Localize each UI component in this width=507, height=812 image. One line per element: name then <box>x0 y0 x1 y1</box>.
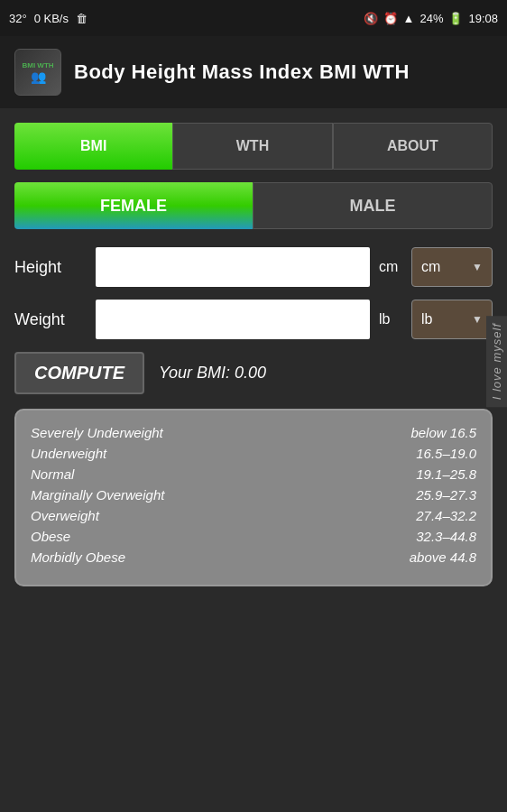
bmi-category-4: Overweight <box>31 508 99 523</box>
time-display: 19:08 <box>468 12 498 25</box>
weight-label: Weight <box>14 310 87 329</box>
bmi-range-3: 25.9–27.3 <box>416 487 476 503</box>
bmi-range-1: 16.5–19.0 <box>416 446 476 461</box>
height-label: Height <box>14 258 87 277</box>
bmi-category-5: Obese <box>31 529 70 544</box>
tab-bar: BMI WTH ABOUT <box>14 123 493 170</box>
bmi-category-3: Marginally Overweight <box>31 487 164 503</box>
compute-row: COMPUTE Your BMI: 0.00 <box>14 352 493 394</box>
height-unit-dropdown[interactable]: cm ▼ <box>411 247 493 287</box>
bmi-range-0: below 16.5 <box>410 425 476 440</box>
app-title: Body Height Mass Index BMI WTH <box>74 60 410 84</box>
female-button[interactable]: FEMALE <box>14 182 253 229</box>
main-content: BMI WTH ABOUT FEMALE MALE Height cm cm ▼… <box>0 108 507 601</box>
height-dropdown-arrow: ▼ <box>472 261 483 273</box>
trash-icon: 🗑 <box>76 12 88 25</box>
height-row: Height cm cm ▼ <box>14 247 493 287</box>
bmi-result: Your BMI: 0.00 <box>159 364 266 383</box>
temperature: 32° <box>9 12 27 25</box>
bmi-reference-table: Severely Underweight below 16.5 Underwei… <box>14 409 493 586</box>
weight-unit-dropdown[interactable]: lb ▼ <box>411 300 493 339</box>
bmi-range-4: 27.4–32.2 <box>416 508 476 523</box>
bmi-category-1: Underweight <box>31 446 106 461</box>
status-right: 🔇 ⏰ ▲ 24% 🔋 19:08 <box>364 12 498 25</box>
tab-wth[interactable]: WTH <box>172 123 332 170</box>
height-unit-value: cm <box>421 259 440 275</box>
height-unit-label: cm <box>379 259 402 275</box>
status-left: 32° 0 KB/s 🗑 <box>9 12 88 25</box>
compute-button[interactable]: COMPUTE <box>14 352 144 394</box>
table-row: Normal 19.1–25.8 <box>31 466 476 482</box>
gender-selector: FEMALE MALE <box>14 182 493 229</box>
app-header: BMI WTH 👥 Body Height Mass Index BMI WTH <box>0 36 507 108</box>
signal-icon: ▲ <box>403 12 415 25</box>
weight-row: Weight lb lb ▼ <box>14 300 493 339</box>
status-bar: 32° 0 KB/s 🗑 🔇 ⏰ ▲ 24% 🔋 19:08 <box>0 0 507 36</box>
app-icon: BMI WTH 👥 <box>14 49 61 96</box>
table-row: Morbidly Obese above 44.8 <box>31 549 476 565</box>
side-label: I love myself <box>486 316 507 407</box>
bmi-category-2: Normal <box>31 466 74 482</box>
bmi-range-5: 32.3–44.8 <box>416 529 476 544</box>
table-row: Underweight 16.5–19.0 <box>31 446 476 461</box>
alarm-icon: ⏰ <box>383 12 398 25</box>
bmi-range-6: above 44.8 <box>410 549 476 565</box>
bmi-category-6: Morbidly Obese <box>31 549 125 565</box>
weight-unit-label: lb <box>379 311 402 328</box>
weight-dropdown-arrow: ▼ <box>472 313 483 326</box>
bmi-range-2: 19.1–25.8 <box>416 466 476 482</box>
mute-icon: 🔇 <box>364 12 378 25</box>
height-input[interactable] <box>96 247 370 287</box>
battery-percent: 24% <box>419 12 443 25</box>
bmi-category-0: Severely Underweight <box>31 425 163 440</box>
table-row: Obese 32.3–44.8 <box>31 529 476 544</box>
battery-icon: 🔋 <box>448 12 463 25</box>
weight-unit-value: lb <box>421 311 432 328</box>
network-speed: 0 KB/s <box>34 12 69 25</box>
weight-input[interactable] <box>96 300 370 339</box>
table-row: Severely Underweight below 16.5 <box>31 425 476 440</box>
table-row: Marginally Overweight 25.9–27.3 <box>31 487 476 503</box>
table-row: Overweight 27.4–32.2 <box>31 508 476 523</box>
tab-about[interactable]: ABOUT <box>333 123 493 170</box>
male-button[interactable]: MALE <box>253 182 493 229</box>
tab-bmi[interactable]: BMI <box>14 123 172 170</box>
